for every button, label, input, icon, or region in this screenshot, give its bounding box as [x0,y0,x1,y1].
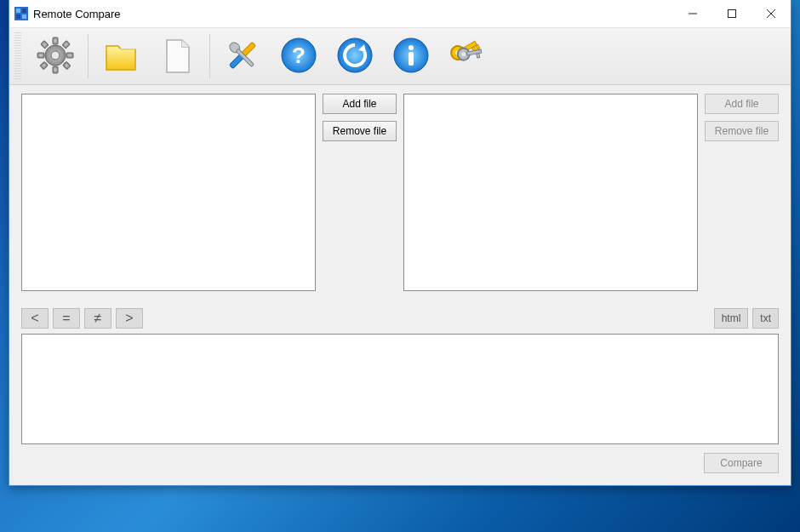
app-icon [14,7,28,20]
gear-icon [34,34,77,79]
svg-rect-27 [409,52,414,66]
svg-rect-16 [62,40,70,48]
filter-row: < = ≠ > html txt [21,308,779,329]
svg-rect-15 [63,61,71,69]
toolbar-separator [209,34,210,78]
output-txt-tab[interactable]: txt [752,308,779,329]
right-file-buttons: Add file Remove file [705,94,779,141]
keys-button[interactable] [443,32,491,80]
filter-greater-than-button[interactable]: > [116,308,143,329]
info-button[interactable] [387,32,435,80]
filter-equal-button[interactable]: = [53,308,80,329]
window-title: Remote Compare [33,8,121,20]
folder-icon [100,34,142,79]
toolbar-grip[interactable] [14,32,21,80]
settings-button[interactable] [31,32,79,80]
left-remove-file-button[interactable]: Remove file [323,121,397,141]
svg-rect-10 [53,37,58,44]
tools-icon [221,34,264,79]
left-file-list[interactable] [21,94,316,291]
refresh-button[interactable] [331,32,379,80]
tools-button[interactable] [219,32,266,80]
svg-rect-11 [53,66,58,73]
output-html-tab[interactable]: html [714,308,749,329]
svg-point-18 [51,51,60,60]
svg-rect-6 [729,10,736,18]
titlebar: Remote Compare [9,0,791,28]
filter-not-equal-button[interactable]: ≠ [84,308,111,329]
svg-point-26 [409,45,414,50]
compare-button[interactable]: Compare [704,453,779,473]
info-icon [390,34,432,79]
minimize-button[interactable] [673,1,712,26]
svg-rect-32 [476,44,480,49]
folder-button[interactable] [97,32,145,80]
toolbar-separator [88,34,89,78]
file-icon [156,34,198,79]
left-file-buttons: Add file Remove file [323,94,397,141]
close-button[interactable] [751,1,791,26]
toolbar: ? [9,28,791,85]
svg-rect-36 [477,53,480,57]
svg-rect-12 [37,53,44,58]
svg-rect-17 [40,61,48,69]
keys-icon [446,34,489,79]
help-icon: ? [277,34,320,79]
new-file-button[interactable] [153,32,201,80]
svg-rect-13 [66,53,73,58]
content-area: Add file Remove file Add file Remove fil… [9,85,791,485]
svg-rect-1 [16,9,20,13]
svg-rect-14 [41,40,49,48]
right-file-list[interactable] [403,94,698,291]
maximize-button[interactable] [712,1,751,26]
svg-rect-3 [16,14,20,19]
right-add-file-button[interactable]: Add file [705,94,779,114]
help-button[interactable]: ? [275,32,323,80]
right-remove-file-button[interactable]: Remove file [705,121,779,141]
filter-less-than-button[interactable]: < [21,308,49,329]
refresh-icon [334,34,376,79]
svg-text:?: ? [292,43,306,68]
output-panel[interactable] [21,334,779,444]
footer-row: Compare [21,453,779,473]
app-window: Remote Compare [9,0,791,486]
file-panels-row: Add file Remove file Add file Remove fil… [21,94,779,291]
svg-rect-4 [22,14,26,19]
svg-rect-2 [22,9,26,13]
left-add-file-button[interactable]: Add file [323,94,397,114]
